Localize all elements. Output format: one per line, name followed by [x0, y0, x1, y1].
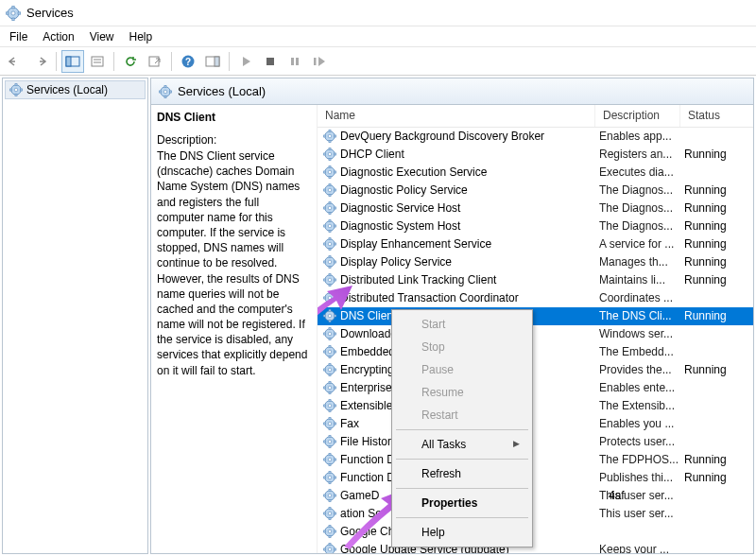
- service-list[interactable]: Name Description Status DevQuery Backgro…: [318, 105, 753, 553]
- toolbar-separator: [113, 52, 114, 71]
- table-row[interactable]: Embedded MoThe Embedd...: [318, 343, 753, 361]
- gear-icon: [323, 237, 336, 251]
- gear-icon: [6, 6, 21, 21]
- gear-icon: [323, 453, 336, 466]
- table-row[interactable]: Distributed Transaction CoordinatorCoord…: [318, 289, 753, 307]
- context-item-restart: Restart: [395, 404, 529, 426]
- table-row[interactable]: Function DiscoPublishes thi...Running: [318, 469, 753, 487]
- details-title: Services (Local): [178, 84, 266, 98]
- table-row[interactable]: Enterprise AppEnables ente...: [318, 379, 753, 397]
- service-name-cell: Display Policy Service: [340, 255, 452, 269]
- service-desc-cell: Enables you ...: [595, 417, 680, 430]
- svg-rect-17: [291, 58, 294, 65]
- menu-help[interactable]: Help: [122, 28, 161, 45]
- context-menu: StartStopPauseResumeRestartAll Tasks▶Ref…: [391, 309, 533, 547]
- window-title: Services: [26, 6, 74, 20]
- service-status-cell: Running: [680, 219, 748, 233]
- restart-service-button[interactable]: [308, 50, 331, 73]
- service-status-cell: Running: [680, 363, 748, 376]
- service-desc-cell: The Diagnos...: [595, 201, 680, 215]
- table-row[interactable]: Extensible AuthThe Extensib...: [318, 397, 753, 415]
- gear-icon: [323, 165, 336, 179]
- table-row[interactable]: DNS ClientThe DNS Cli...Running: [318, 307, 753, 325]
- content-area: Services (Local) Services (Local) DNS Cl…: [0, 76, 756, 556]
- table-row[interactable]: Diagnostic Execution ServiceExecutes dia…: [318, 164, 753, 182]
- table-row[interactable]: FaxEnables you ...: [318, 415, 753, 433]
- action-pane-button[interactable]: [201, 50, 224, 73]
- table-row[interactable]: ation SeThis user ser...: [318, 505, 753, 523]
- back-button[interactable]: [4, 50, 26, 73]
- service-desc-cell: Provides the...: [595, 363, 680, 376]
- tree-item-services-local[interactable]: Services (Local): [5, 80, 146, 99]
- help-button[interactable]: ?: [177, 50, 199, 73]
- chevron-right-icon: ▶: [513, 439, 520, 448]
- svg-rect-18: [296, 58, 299, 65]
- service-desc-cell: The Extensib...: [595, 399, 680, 412]
- properties-button[interactable]: [86, 50, 109, 73]
- pause-service-button[interactable]: [284, 50, 306, 73]
- gear-icon: [323, 489, 336, 502]
- gear-icon: [323, 327, 336, 340]
- service-desc-cell: Protects user...: [595, 435, 680, 448]
- context-item-refresh[interactable]: Refresh: [395, 462, 529, 485]
- table-row[interactable]: Encrypting FileProvides the...Running: [318, 361, 753, 379]
- table-row[interactable]: Downloaded MWindows ser...: [318, 325, 753, 343]
- menu-action[interactable]: Action: [35, 28, 81, 45]
- table-row[interactable]: DevQuery Background Discovery BrokerEnab…: [318, 128, 753, 146]
- context-item-stop: Stop: [395, 336, 529, 358]
- table-row[interactable]: Display Enhancement ServiceA service for…: [318, 235, 753, 253]
- stop-service-button[interactable]: [259, 50, 282, 73]
- svg-text:?: ?: [185, 57, 191, 67]
- service-name-cell: Display Enhancement Service: [340, 237, 491, 251]
- table-row[interactable]: Diagnostic Service HostThe Diagnos...Run…: [318, 200, 753, 217]
- service-name-cell: Distributed Transaction Coordinator: [340, 291, 519, 304]
- service-rows: DevQuery Background Discovery BrokerEnab…: [318, 128, 753, 553]
- gear-icon: [323, 183, 336, 197]
- context-item-start: Start: [395, 313, 529, 336]
- gear-icon: [159, 85, 172, 98]
- table-row[interactable]: Distributed Link Tracking ClientMaintain…: [318, 271, 753, 289]
- menu-view[interactable]: View: [82, 28, 122, 45]
- table-row[interactable]: GameD4afThis user ser...: [318, 487, 753, 505]
- context-item-help[interactable]: Help: [395, 521, 529, 544]
- service-desc-cell: Windows ser...: [595, 327, 680, 340]
- tree-item-label: Services (Local): [26, 83, 108, 96]
- table-row[interactable]: Google Chrome Elevation Service: [318, 523, 753, 541]
- menu-bar: File Action View Help: [0, 26, 756, 47]
- service-status-cell: Running: [680, 201, 748, 215]
- console-tree[interactable]: Services (Local): [2, 78, 148, 554]
- service-name-cell: Distributed Link Tracking Client: [340, 273, 496, 287]
- service-desc-cell: The Diagnos...: [595, 219, 680, 233]
- forward-button[interactable]: [28, 50, 51, 73]
- description-text: The DNS Client service (dnscache) caches…: [157, 148, 309, 378]
- menu-file[interactable]: File: [2, 28, 35, 45]
- context-item-properties[interactable]: Properties: [395, 492, 529, 514]
- column-header-description[interactable]: Description: [595, 105, 680, 127]
- table-row[interactable]: File History SerProtects user...: [318, 433, 753, 451]
- column-header-row: Name Description Status: [318, 105, 753, 128]
- context-separator: [396, 517, 528, 518]
- gear-icon: [323, 435, 336, 448]
- table-row[interactable]: Diagnostic System HostThe Diagnos...Runn…: [318, 217, 753, 235]
- export-button[interactable]: [144, 50, 166, 73]
- column-header-name[interactable]: Name: [318, 105, 595, 127]
- description-label: Description:: [157, 133, 309, 147]
- column-header-status[interactable]: Status: [680, 105, 748, 127]
- toolbar-separator: [171, 52, 172, 71]
- service-desc-cell: This user ser...: [595, 507, 680, 520]
- start-service-button[interactable]: [234, 50, 257, 73]
- table-row[interactable]: Google Update Service (gupdate)Keeps you…: [318, 541, 753, 553]
- refresh-button[interactable]: [119, 50, 142, 73]
- details-pane: Services (Local) DNS Client Description:…: [150, 78, 754, 554]
- table-row[interactable]: Function DiscoThe FDPHOS...Running: [318, 451, 753, 469]
- gear-icon: [323, 148, 336, 161]
- table-row[interactable]: Diagnostic Policy ServiceThe Diagnos...R…: [318, 182, 753, 200]
- svg-rect-8: [92, 57, 103, 66]
- gear-icon: [323, 399, 336, 412]
- table-row[interactable]: DHCP ClientRegisters an...Running: [318, 146, 753, 164]
- gear-icon: [323, 381, 336, 394]
- show-hide-tree-button[interactable]: [61, 50, 84, 73]
- context-item-all-tasks[interactable]: All Tasks▶: [395, 433, 529, 456]
- svg-rect-19: [314, 58, 317, 65]
- table-row[interactable]: Display Policy ServiceManages th...Runni…: [318, 253, 753, 271]
